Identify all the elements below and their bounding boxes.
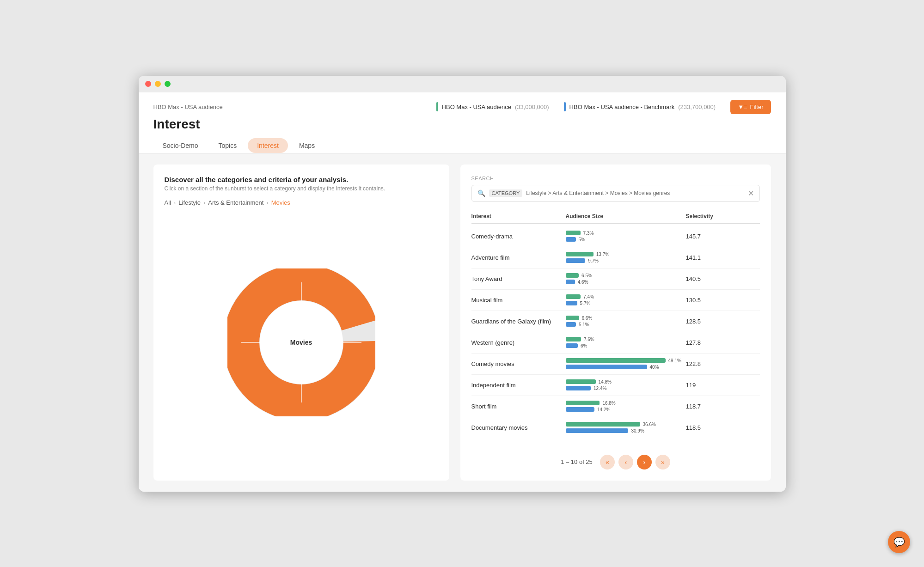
bar-row-benchmark: 5.7% — [566, 301, 686, 306]
legend-primary-label: HBO Max - USA audience — [442, 104, 511, 110]
bar-group: 49.1% 40% — [566, 358, 686, 370]
bar-row-primary: 16.8% — [566, 401, 686, 406]
bar-label-primary: 7.4% — [583, 294, 594, 299]
bar-primary — [566, 379, 596, 384]
bar-primary — [566, 358, 666, 363]
interest-name: Tony Award — [471, 275, 566, 282]
bar-row-primary: 6.5% — [566, 273, 686, 278]
chat-button[interactable]: 💬 — [888, 531, 910, 553]
breadcrumb-arts[interactable]: Arts & Entertainment — [208, 199, 263, 206]
page-title: Interest — [153, 117, 771, 132]
bar-group: 7.3% 5% — [566, 231, 686, 242]
pagination: 1 – 10 of 25 « ‹ › » — [471, 449, 760, 469]
bar-benchmark — [566, 407, 594, 412]
tab-socio-demo[interactable]: Socio-Demo — [153, 138, 208, 153]
bar-label-benchmark: 9.7% — [588, 258, 599, 263]
table-row: Tony Award 6.5% 4.6% 140.5 — [471, 268, 760, 290]
right-panel: Search 🔍 CATEGORY Lifestyle > Arts & Ent… — [460, 165, 771, 481]
legend-benchmark-bar — [564, 102, 566, 111]
bar-row-primary: 7.4% — [566, 294, 686, 299]
bar-label-benchmark: 5% — [579, 237, 585, 242]
legend-primary-count: (33,000,000) — [515, 104, 549, 110]
search-input-wrapper[interactable]: 🔍 CATEGORY Lifestyle > Arts & Entertainm… — [471, 185, 760, 202]
page-breadcrumb: HBO Max - USA audience — [153, 104, 223, 110]
bar-label-benchmark: 4.6% — [578, 280, 588, 285]
legend-benchmark-label: HBO Max - USA audience - Benchmark — [569, 104, 675, 110]
bar-label-primary: 14.8% — [599, 379, 612, 384]
search-section: Search 🔍 CATEGORY Lifestyle > Arts & Ent… — [471, 176, 760, 202]
bar-label-benchmark: 5.7% — [580, 301, 591, 306]
search-clear-button[interactable]: ✕ — [748, 189, 754, 198]
tabs-bar: Socio-Demo Topics Interest Maps — [153, 138, 771, 153]
bar-benchmark — [566, 301, 577, 305]
selectivity-value: 127.8 — [686, 339, 760, 346]
breadcrumb: All › Lifestyle › Arts & Entertainment ›… — [165, 199, 438, 206]
selectivity-value: 141.1 — [686, 254, 760, 261]
col-selectivity: Selectivity — [686, 213, 760, 219]
breadcrumb-lifestyle[interactable]: Lifestyle — [178, 199, 201, 206]
minimize-dot[interactable] — [155, 81, 161, 87]
table-header: Interest Audience Size Selectivity — [471, 209, 760, 224]
bar-row-benchmark: 5% — [566, 237, 686, 242]
maximize-dot[interactable] — [165, 81, 171, 87]
bar-row-benchmark: 9.7% — [566, 258, 686, 263]
next-page-button[interactable]: › — [637, 455, 652, 469]
tab-maps[interactable]: Maps — [290, 138, 324, 153]
selectivity-value: 122.8 — [686, 360, 760, 367]
filter-button[interactable]: ▼≡ Filter — [730, 100, 771, 114]
table-row: Short film 16.8% 14.2% 118.7 — [471, 396, 760, 417]
top-meta: HBO Max - USA audience HBO Max - USA aud… — [153, 100, 771, 114]
interest-name: Western (genre) — [471, 339, 566, 346]
interest-name: Documentary movies — [471, 424, 566, 431]
bar-group: 16.8% 14.2% — [566, 401, 686, 412]
bar-primary — [566, 316, 579, 320]
donut-chart[interactable]: Movies — [227, 268, 375, 416]
bar-row-primary: 36.6% — [566, 422, 686, 427]
bar-benchmark — [566, 365, 647, 369]
bar-primary — [566, 273, 579, 278]
last-page-button[interactable]: » — [655, 455, 670, 469]
table-row: Independent film 14.8% 12.4% 119 — [471, 375, 760, 396]
bar-group: 14.8% 12.4% — [566, 379, 686, 391]
legend-primary: HBO Max - USA audience (33,000,000) — [436, 102, 549, 111]
bar-row-benchmark: 14.2% — [566, 407, 686, 412]
bar-label-primary: 16.8% — [602, 401, 615, 406]
breadcrumb-movies[interactable]: Movies — [271, 199, 290, 206]
left-panel: Discover all the categories and criteria… — [153, 165, 449, 481]
selectivity-value: 118.7 — [686, 403, 760, 410]
col-interest: Interest — [471, 213, 566, 219]
discover-title: Discover all the categories and criteria… — [165, 176, 438, 183]
bar-row-benchmark: 4.6% — [566, 280, 686, 285]
bar-row-benchmark: 5.1% — [566, 322, 686, 327]
filter-icon: ▼≡ — [738, 104, 747, 110]
tab-interest[interactable]: Interest — [248, 138, 288, 153]
bar-label-primary: 6.5% — [581, 273, 592, 278]
bar-row-primary: 6.6% — [566, 316, 686, 321]
tab-topics[interactable]: Topics — [209, 138, 246, 153]
first-page-button[interactable]: « — [600, 455, 615, 469]
bar-label-benchmark: 6% — [581, 343, 587, 348]
prev-page-button[interactable]: ‹ — [618, 455, 633, 469]
interest-name: Independent film — [471, 382, 566, 389]
search-label: Search — [471, 176, 760, 181]
bar-primary — [566, 294, 581, 299]
search-tag: CATEGORY — [489, 189, 523, 197]
bar-row-benchmark: 40% — [566, 365, 686, 370]
title-bar — [139, 76, 786, 92]
legend-benchmark-count: (233,700,000) — [678, 104, 716, 110]
bar-row-benchmark: 30.9% — [566, 428, 686, 433]
col-audience: Audience Size — [566, 213, 686, 219]
close-dot[interactable] — [145, 81, 151, 87]
bar-row-benchmark: 12.4% — [566, 386, 686, 391]
bar-primary — [566, 231, 581, 235]
bar-label-benchmark: 12.4% — [594, 386, 606, 391]
selectivity-value: 130.5 — [686, 297, 760, 304]
table-row: Western (genre) 7.6% 6% 127.8 — [471, 332, 760, 354]
filter-label: Filter — [750, 104, 764, 110]
bar-row-primary: 13.7% — [566, 252, 686, 257]
breadcrumb-all[interactable]: All — [165, 199, 171, 206]
bar-group: 36.6% 30.9% — [566, 422, 686, 433]
app-window: HBO Max - USA audience HBO Max - USA aud… — [139, 76, 786, 492]
bar-benchmark — [566, 258, 586, 263]
interest-name: Comedy-drama — [471, 233, 566, 240]
